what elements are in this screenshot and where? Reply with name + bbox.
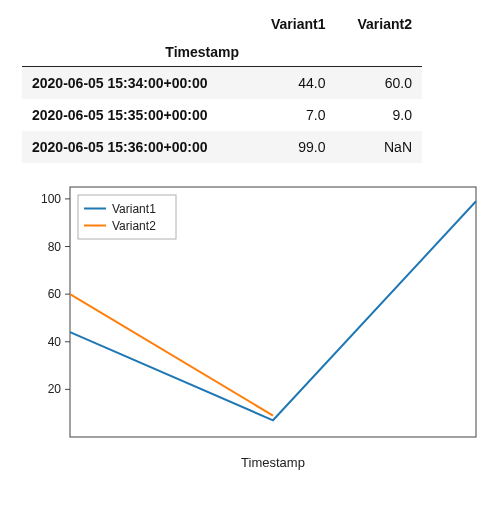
cell: 99.0 — [249, 131, 335, 163]
legend-label: Variant2 — [112, 219, 156, 233]
cell: 7.0 — [249, 99, 335, 131]
ytick-label: 80 — [48, 240, 62, 254]
x-axis-label: Timestamp — [241, 455, 305, 470]
cell: 44.0 — [249, 67, 335, 100]
line-chart: 20406080100TimestampVariant1Variant2 — [16, 177, 484, 477]
cell: 60.0 — [336, 67, 423, 100]
series-Variant2 — [70, 294, 273, 416]
legend-label: Variant1 — [112, 202, 156, 216]
series-Variant1 — [70, 201, 476, 420]
index-name: Timestamp — [22, 38, 249, 67]
ytick-label: 100 — [41, 192, 61, 206]
table-row: 2020-06-05 15:36:00+00:00 99.0 NaN — [22, 131, 422, 163]
table-row: 2020-06-05 15:34:00+00:00 44.0 60.0 — [22, 67, 422, 100]
row-index: 2020-06-05 15:36:00+00:00 — [22, 131, 249, 163]
row-index: 2020-06-05 15:35:00+00:00 — [22, 99, 249, 131]
col-header-variant2: Variant2 — [336, 10, 423, 38]
row-index: 2020-06-05 15:34:00+00:00 — [22, 67, 249, 100]
table-row: 2020-06-05 15:35:00+00:00 7.0 9.0 — [22, 99, 422, 131]
cell: NaN — [336, 131, 423, 163]
ytick-label: 60 — [48, 287, 62, 301]
col-header-variant1: Variant1 — [249, 10, 335, 38]
ytick-label: 20 — [48, 382, 62, 396]
ytick-label: 40 — [48, 335, 62, 349]
cell: 9.0 — [336, 99, 423, 131]
data-table: Variant1 Variant2 Timestamp 2020-06-05 1… — [22, 10, 422, 163]
